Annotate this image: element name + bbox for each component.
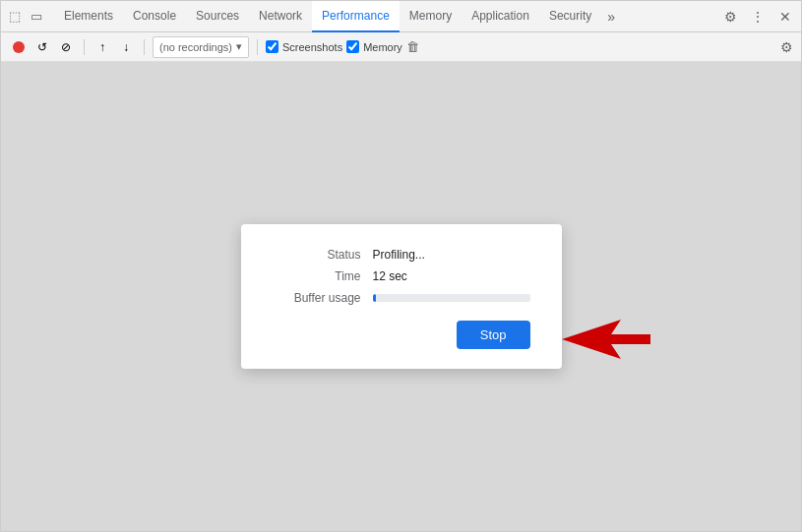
settings-icon[interactable]: ⚙ xyxy=(718,5,742,29)
toolbar-divider-3 xyxy=(257,39,258,55)
performance-toolbar: ↺ ⊘ ↑ ↓ (no recordings) ▾ Screenshots Me… xyxy=(1,32,801,62)
buffer-bar-fill xyxy=(373,294,376,302)
save-profile-button[interactable]: ↓ xyxy=(116,37,136,57)
record-button[interactable] xyxy=(9,37,29,57)
load-profile-button[interactable]: ↑ xyxy=(93,37,112,57)
tab-more[interactable]: » xyxy=(601,1,621,32)
tab-console[interactable]: Console xyxy=(123,1,186,32)
capture-settings-icon[interactable]: ⚙ xyxy=(780,39,793,55)
clear-icon: ⊘ xyxy=(61,40,71,54)
tab-sources[interactable]: Sources xyxy=(186,1,249,32)
tab-network[interactable]: Network xyxy=(249,1,312,32)
memory-label: Memory xyxy=(363,41,402,53)
tab-elements[interactable]: Elements xyxy=(54,1,123,32)
memory-checkbox-label[interactable]: Memory xyxy=(346,40,402,53)
toolbar-divider-1 xyxy=(84,39,85,55)
record-dot-icon xyxy=(13,41,25,53)
screenshots-checkbox-label[interactable]: Screenshots xyxy=(266,40,342,53)
recordings-dropdown[interactable]: (no recordings) ▾ xyxy=(153,36,249,58)
stop-button[interactable]: Stop xyxy=(457,321,530,349)
tab-security[interactable]: Security xyxy=(539,1,601,32)
time-row: Time 12 sec xyxy=(273,269,530,283)
tab-bar-right: ⚙ ⋮ ✕ xyxy=(718,5,797,29)
buffer-row: Buffer usage xyxy=(273,291,530,305)
toolbar-right: ⚙ xyxy=(780,39,793,55)
device-icon[interactable]: ▭ xyxy=(27,7,46,27)
profiling-dialog: Status Profiling... Time 12 sec Buffer u… xyxy=(241,224,562,369)
status-label: Status xyxy=(273,248,361,262)
screenshots-label: Screenshots xyxy=(282,41,342,53)
tab-performance[interactable]: Performance xyxy=(312,1,400,32)
screenshots-checkbox[interactable] xyxy=(266,40,278,53)
tab-memory[interactable]: Memory xyxy=(400,1,462,32)
toolbar-divider-2 xyxy=(144,39,145,55)
devtools-icons: ⬚ ▭ xyxy=(5,7,46,27)
arrow-svg xyxy=(562,320,650,359)
tab-application[interactable]: Application xyxy=(462,1,539,32)
refresh-profile-button[interactable]: ↺ xyxy=(32,37,52,57)
buffer-label: Buffer usage xyxy=(273,291,361,305)
status-row: Status Profiling... xyxy=(273,248,530,262)
dropdown-arrow-icon: ▾ xyxy=(236,40,242,53)
recordings-value: (no recordings) xyxy=(159,41,232,53)
more-options-icon[interactable]: ⋮ xyxy=(746,5,770,29)
time-value: 12 sec xyxy=(373,269,407,283)
svg-marker-0 xyxy=(562,320,650,359)
close-devtools-icon[interactable]: ✕ xyxy=(773,5,797,29)
inspect-icon[interactable]: ⬚ xyxy=(5,7,25,27)
memory-checkbox[interactable] xyxy=(346,40,359,53)
dialog-footer: Stop xyxy=(273,321,530,349)
time-label: Time xyxy=(273,269,361,283)
clear-button[interactable]: ⊘ xyxy=(56,37,76,57)
tab-bar: ⬚ ▭ Elements Console Sources Network Per… xyxy=(1,1,801,32)
upload-icon: ↑ xyxy=(99,40,105,54)
main-area: Status Profiling... Time 12 sec Buffer u… xyxy=(1,62,801,531)
status-value: Profiling... xyxy=(373,248,425,262)
refresh-icon: ↺ xyxy=(37,40,47,54)
download-icon: ↓ xyxy=(123,40,129,54)
clear-recordings-icon[interactable]: 🗑 xyxy=(406,39,419,54)
buffer-bar-container xyxy=(373,294,530,302)
arrow-annotation xyxy=(562,320,650,359)
